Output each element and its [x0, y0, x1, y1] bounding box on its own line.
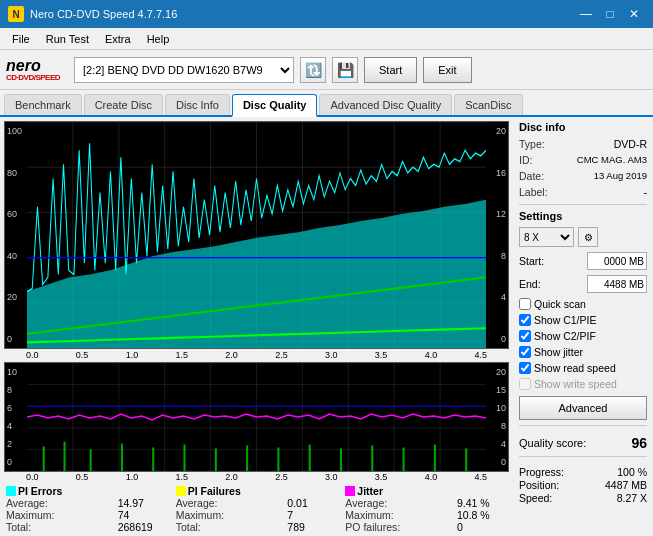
- right-panel: Disc info Type: DVD-R ID: CMC MAG. AM3 D…: [513, 117, 653, 533]
- jitter-title: Jitter: [345, 485, 507, 497]
- start-mb-input[interactable]: [587, 252, 647, 270]
- show-c2pif-row: Show C2/PIF: [519, 330, 647, 342]
- menu-help[interactable]: Help: [139, 31, 178, 47]
- close-button[interactable]: ✕: [623, 5, 645, 23]
- bot-y-right-8: 8: [501, 421, 506, 431]
- bot-y-left-10: 10: [7, 367, 25, 377]
- pi-failures-total-row: Total: 789: [176, 521, 338, 533]
- tab-create-disc[interactable]: Create Disc: [84, 94, 163, 115]
- svg-rect-41: [277, 447, 279, 471]
- logo-nero: nero: [6, 58, 60, 74]
- pi-failures-title: PI Failures: [176, 485, 338, 497]
- maximize-button[interactable]: □: [599, 5, 621, 23]
- bx-3.5: 3.5: [375, 472, 388, 482]
- x-2.5: 2.5: [275, 350, 288, 360]
- bx-3.0: 3.0: [325, 472, 338, 482]
- svg-rect-39: [215, 448, 217, 471]
- svg-rect-44: [371, 445, 373, 471]
- pi-failures-max-row: Maximum: 7: [176, 509, 338, 521]
- main-content: 100 80 60 40 20 0: [0, 117, 653, 533]
- bot-y-left-2: 2: [7, 439, 25, 449]
- show-c1pie-row: Show C1/PIE: [519, 314, 647, 326]
- tab-bar: Benchmark Create Disc Disc Info Disc Qua…: [0, 90, 653, 117]
- show-c2pif-checkbox[interactable]: [519, 330, 531, 342]
- x-2.0: 2.0: [225, 350, 238, 360]
- disc-info-title: Disc info: [519, 121, 647, 133]
- jitter-color: [345, 486, 355, 496]
- jitter-stats: Jitter Average: 9.41 % Maximum: 10.8 % P…: [345, 485, 507, 533]
- show-write-speed-checkbox[interactable]: [519, 378, 531, 390]
- toolbar: nero CD·DVD/SPEED [2:2] BENQ DVD DD DW16…: [0, 50, 653, 90]
- x-3.5: 3.5: [375, 350, 388, 360]
- progress-section: Progress: 100 % Position: 4487 MB Speed:…: [519, 466, 647, 505]
- quick-scan-label: Quick scan: [534, 298, 586, 310]
- exit-button[interactable]: Exit: [423, 57, 471, 83]
- svg-rect-47: [465, 448, 467, 471]
- pi-failures-avg-row: Average: 0.01: [176, 497, 338, 509]
- speed-selector[interactable]: 8 X: [519, 227, 574, 247]
- pi-failures-stats: PI Failures Average: 0.01 Maximum: 7 Tot…: [176, 485, 338, 533]
- bx-0.5: 0.5: [76, 472, 89, 482]
- logo-sub: CD·DVD/SPEED: [6, 74, 60, 82]
- tab-disc-info[interactable]: Disc Info: [165, 94, 230, 115]
- disc-type-row: Type: DVD-R: [519, 138, 647, 150]
- pi-errors-avg-row: Average: 14.97: [6, 497, 168, 509]
- tab-scandisc[interactable]: ScanDisc: [454, 94, 522, 115]
- quick-scan-checkbox[interactable]: [519, 298, 531, 310]
- app-icon: N: [8, 6, 24, 22]
- settings-title: Settings: [519, 210, 647, 222]
- top-x-axis: 0.0 0.5 1.0 1.5 2.0 2.5 3.0 3.5 4.0 4.5: [4, 350, 509, 360]
- bot-y-left-8: 8: [7, 385, 25, 395]
- pi-errors-stats: PI Errors Average: 14.97 Maximum: 74 Tot…: [6, 485, 168, 533]
- top-y-right-12: 12: [496, 209, 506, 219]
- show-jitter-label: Show jitter: [534, 346, 583, 358]
- bx-4.5: 4.5: [474, 472, 487, 482]
- speed-row-display: Speed: 8.27 X: [519, 492, 647, 504]
- minimize-button[interactable]: —: [575, 5, 597, 23]
- top-y-right-0: 0: [501, 334, 506, 344]
- tab-benchmark[interactable]: Benchmark: [4, 94, 82, 115]
- tab-disc-quality[interactable]: Disc Quality: [232, 94, 318, 117]
- svg-rect-42: [309, 444, 311, 471]
- show-c2pif-label: Show C2/PIF: [534, 330, 596, 342]
- top-y-right-20: 20: [496, 126, 506, 136]
- advanced-button[interactable]: Advanced: [519, 396, 647, 420]
- stats-row: PI Errors Average: 14.97 Maximum: 74 Tot…: [4, 482, 509, 533]
- bx-2.5: 2.5: [275, 472, 288, 482]
- start-button[interactable]: Start: [364, 57, 417, 83]
- menu-run-test[interactable]: Run Test: [38, 31, 97, 47]
- menu-extra[interactable]: Extra: [97, 31, 139, 47]
- top-y-left-60: 60: [7, 209, 25, 219]
- settings-icon-btn[interactable]: ⚙: [578, 227, 598, 247]
- refresh-button[interactable]: 🔃: [300, 57, 326, 83]
- bot-y-left-4: 4: [7, 421, 25, 431]
- end-mb-input[interactable]: [587, 275, 647, 293]
- show-jitter-row: Show jitter: [519, 346, 647, 358]
- bot-y-right-10: 10: [496, 403, 506, 413]
- x-4.5: 4.5: [474, 350, 487, 360]
- top-y-left-100: 100: [7, 126, 25, 136]
- drive-selector[interactable]: [2:2] BENQ DVD DD DW1620 B7W9: [74, 57, 294, 83]
- menu-bar: File Run Test Extra Help: [0, 28, 653, 50]
- bot-y-right-4: 4: [501, 439, 506, 449]
- top-y-left-80: 80: [7, 168, 25, 178]
- disc-id-row: ID: CMC MAG. AM3: [519, 154, 647, 166]
- x-0.5: 0.5: [76, 350, 89, 360]
- show-c1pie-checkbox[interactable]: [519, 314, 531, 326]
- x-4.0: 4.0: [425, 350, 438, 360]
- progress-row: Progress: 100 %: [519, 466, 647, 478]
- save-button[interactable]: 💾: [332, 57, 358, 83]
- menu-file[interactable]: File: [4, 31, 38, 47]
- top-y-right-16: 16: [496, 168, 506, 178]
- bot-y-left-0: 0: [7, 457, 25, 467]
- show-read-speed-checkbox[interactable]: [519, 362, 531, 374]
- top-chart-svg: [27, 122, 486, 348]
- bx-2.0: 2.0: [225, 472, 238, 482]
- tab-advanced-disc-quality[interactable]: Advanced Disc Quality: [319, 94, 452, 115]
- disc-date-row: Date: 13 Aug 2019: [519, 170, 647, 182]
- pi-errors-max-row: Maximum: 74: [6, 509, 168, 521]
- start-mb-row: Start:: [519, 252, 647, 270]
- pi-errors-total-row: Total: 268619: [6, 521, 168, 533]
- x-0.0: 0.0: [26, 350, 39, 360]
- show-jitter-checkbox[interactable]: [519, 346, 531, 358]
